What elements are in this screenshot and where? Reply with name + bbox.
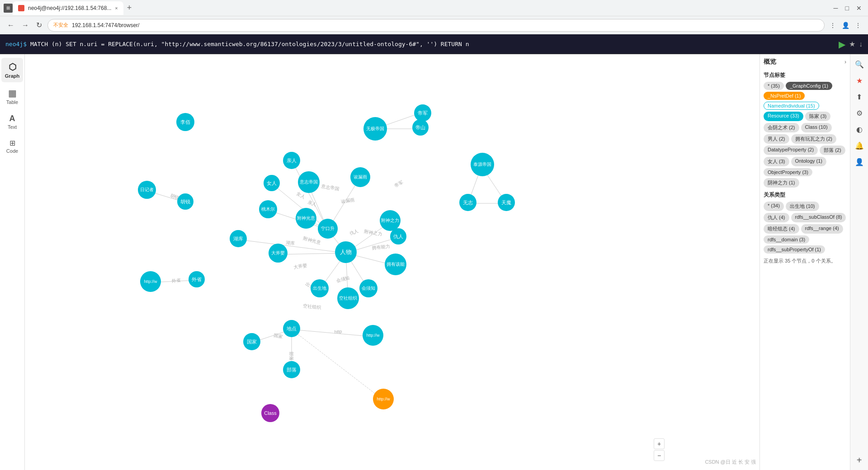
tag-ontology[interactable]: Ontology (1) bbox=[791, 157, 827, 166]
rel-tag-subclassof[interactable]: rdfs__subClassOf (8) bbox=[791, 213, 846, 222]
browser-tab[interactable]: neo4j@neo4j://192.168.1.54:768... × bbox=[13, 1, 123, 15]
node-大斧嬰[interactable]: 大斧嬰 bbox=[269, 244, 288, 263]
panel-toggle-btn[interactable]: › bbox=[844, 59, 846, 65]
table-icon: ▦ bbox=[8, 88, 17, 99]
menu-icon[interactable]: ⋮ bbox=[854, 21, 863, 30]
node-http3[interactable]: http://w bbox=[373, 389, 394, 409]
browser-navbar: ← → ↻ 不安全 192.168.1.54:7474/browser/ ⋮ 👤… bbox=[0, 16, 868, 34]
node-空社组织[interactable]: 空社组织 bbox=[337, 287, 359, 309]
tag-yinshen[interactable]: 阴神之力 (1) bbox=[764, 178, 799, 188]
node-http1[interactable]: http://w bbox=[140, 271, 161, 292]
node-地点[interactable]: 地点 bbox=[283, 320, 300, 337]
node-宁口升[interactable]: 宁口升 bbox=[318, 219, 338, 239]
tag-nspretdef[interactable]: _NsPretDef (1) bbox=[764, 92, 805, 100]
node-会须知[interactable]: 会须知 bbox=[359, 279, 377, 297]
node-泰源帝国[interactable]: 泰源帝国 bbox=[471, 153, 494, 176]
rel-tag-chushengdi[interactable]: 出生地 (10) bbox=[786, 202, 819, 211]
add-icon[interactable]: + bbox=[853, 454, 866, 466]
rel-tag-subpropof[interactable]: rdfs__subPropertyOf (1) bbox=[764, 245, 825, 254]
address-bar[interactable]: 不安全 192.168.1.54:7474/browser/ bbox=[47, 19, 825, 32]
svg-line-5 bbox=[238, 240, 346, 253]
rel-tag-chouren[interactable]: 仇人 (4) bbox=[764, 213, 789, 222]
graph-canvas[interactable]: 拥有能力 出生地 会须知 大斧嬰 空社组织 湖库 仇人 附神之力 附神光意 桃木… bbox=[25, 54, 760, 470]
tag-buluo[interactable]: 部落 (2) bbox=[820, 146, 845, 155]
browser-titlebar: ⊞ neo4j@neo4j://192.168.1.54:768... × + … bbox=[0, 0, 868, 16]
node-帝军[interactable]: 帝军 bbox=[414, 104, 431, 122]
tag-objectprop[interactable]: ObjectProperty (3) bbox=[764, 168, 812, 176]
tab-close-btn[interactable]: × bbox=[115, 5, 118, 11]
settings-icon[interactable]: ⚙ bbox=[853, 107, 866, 119]
download-btn[interactable]: ↓ bbox=[859, 40, 863, 48]
sidebar-item-graph[interactable]: ⬡ Graph bbox=[1, 58, 23, 82]
tag-graphconfig[interactable]: _GraphConfig (1) bbox=[786, 82, 832, 90]
node-国家[interactable]: 国家 bbox=[243, 333, 260, 350]
tag-datatypeprop[interactable]: DatatypeProperty (2) bbox=[764, 146, 818, 155]
zoom-out-btn[interactable]: − bbox=[654, 450, 665, 461]
profile-sidebar-icon[interactable]: 👤 bbox=[853, 155, 866, 168]
node-class[interactable]: Class bbox=[261, 404, 279, 422]
node-仇人[interactable]: 仇人 bbox=[390, 228, 406, 244]
tag-nanren[interactable]: 男人 (2) bbox=[764, 134, 789, 144]
node-帝山[interactable]: 帝山 bbox=[412, 119, 429, 136]
maximize-btn[interactable]: □ bbox=[843, 3, 852, 14]
node-labels-section-title: 节点标签 bbox=[764, 71, 846, 79]
node-tags-container: * (35) _GraphConfig (1) _NsPretDef (1) N… bbox=[764, 82, 846, 188]
node-女人[interactable]: 女人 bbox=[264, 175, 280, 191]
node-胡锐[interactable]: 胡锐 bbox=[177, 193, 193, 210]
svg-text:空社组织: 空社组织 bbox=[303, 303, 321, 310]
tag-all[interactable]: * (35) bbox=[764, 82, 784, 90]
node-出生地[interactable]: 出生地 bbox=[311, 279, 329, 297]
svg-text:会须知: 会须知 bbox=[336, 275, 350, 283]
node-亲人[interactable]: 亲人 bbox=[283, 152, 300, 169]
rel-tag-all[interactable]: * (34) bbox=[764, 202, 784, 211]
rel-tag-range[interactable]: rdfs__range (4) bbox=[801, 224, 843, 234]
favorite-btn[interactable]: ★ bbox=[849, 40, 855, 48]
node-桃木尔[interactable]: 桃木尔 bbox=[259, 200, 277, 218]
node-无极帝国[interactable]: 无极帝国 bbox=[363, 117, 387, 141]
new-tab-btn[interactable]: + bbox=[123, 3, 136, 13]
profile-icon[interactable]: 👤 bbox=[841, 21, 850, 30]
back-btn[interactable]: ← bbox=[5, 19, 16, 31]
node-诶漏雨[interactable]: 诶漏雨 bbox=[350, 167, 370, 187]
svg-text:拥有能力: 拥有能力 bbox=[372, 244, 390, 250]
run-query-btn[interactable]: ▶ bbox=[839, 39, 845, 50]
query-text[interactable]: MATCH (n) SET n.uri = REPLACE(n.uri, "ht… bbox=[30, 41, 835, 47]
tag-class[interactable]: Class (10) bbox=[801, 123, 832, 132]
node-无志[interactable]: 无志 bbox=[459, 194, 476, 211]
node-李佰[interactable]: 李佰 bbox=[176, 113, 194, 131]
node-拥有该能[interactable]: 拥有该能 bbox=[385, 254, 406, 275]
tag-nuren[interactable]: 女人 (3) bbox=[764, 157, 789, 166]
tag-huiyinzhishu[interactable]: 会阴之术 (2) bbox=[764, 123, 799, 132]
tag-yongyou[interactable]: 拥有玩瓦之力 (2) bbox=[791, 134, 837, 144]
node-天魔[interactable]: 天魔 bbox=[498, 194, 515, 211]
minimize-btn[interactable]: ─ bbox=[831, 3, 841, 14]
close-btn[interactable]: ✕ bbox=[854, 3, 864, 14]
rel-tag-domain[interactable]: rdfs__domain (3) bbox=[764, 235, 809, 244]
notifications-icon[interactable]: 🔔 bbox=[853, 139, 866, 152]
node-http2[interactable]: http://w bbox=[363, 325, 383, 346]
theme-icon[interactable]: ◐ bbox=[853, 123, 866, 136]
search-sidebar-icon[interactable]: 🔍 bbox=[853, 58, 866, 70]
rel-tag-anbzutai[interactable]: 暗经组态 (4) bbox=[764, 224, 799, 234]
node-外省[interactable]: 外省 bbox=[189, 271, 205, 287]
reload-btn[interactable]: ↻ bbox=[34, 19, 44, 31]
tag-chenjia[interactable]: 陈家 (3) bbox=[805, 112, 831, 121]
sidebar-item-code[interactable]: ⊞ Code bbox=[1, 135, 23, 157]
node-湖库[interactable]: 湖库 bbox=[230, 230, 247, 247]
forward-btn[interactable]: → bbox=[20, 19, 31, 31]
sidebar-item-table[interactable]: ▦ Table bbox=[1, 84, 23, 108]
node-人物[interactable]: 人物 bbox=[335, 241, 357, 263]
share-icon[interactable]: ⬆ bbox=[853, 90, 866, 103]
tag-resource[interactable]: Resource (33) bbox=[764, 112, 803, 121]
query-actions: ▶ ★ ↓ bbox=[839, 39, 863, 50]
sidebar-item-text[interactable]: A Text bbox=[1, 110, 23, 133]
extensions-icon[interactable]: ⋮ bbox=[828, 21, 837, 30]
node-附神光意[interactable]: 附神光意 bbox=[296, 208, 316, 229]
node-日记者[interactable]: 日记者 bbox=[138, 181, 156, 199]
url-display: 192.168.1.54:7474/browser/ bbox=[72, 22, 139, 28]
tag-namedindividual[interactable]: NamedIndividual (15) bbox=[764, 102, 819, 110]
node-部落[interactable]: 部落 bbox=[283, 361, 300, 378]
node-意志帝国[interactable]: 意志帝国 bbox=[298, 171, 320, 193]
bookmarks-icon[interactable]: ★ bbox=[853, 74, 866, 87]
zoom-in-btn[interactable]: + bbox=[654, 438, 665, 449]
